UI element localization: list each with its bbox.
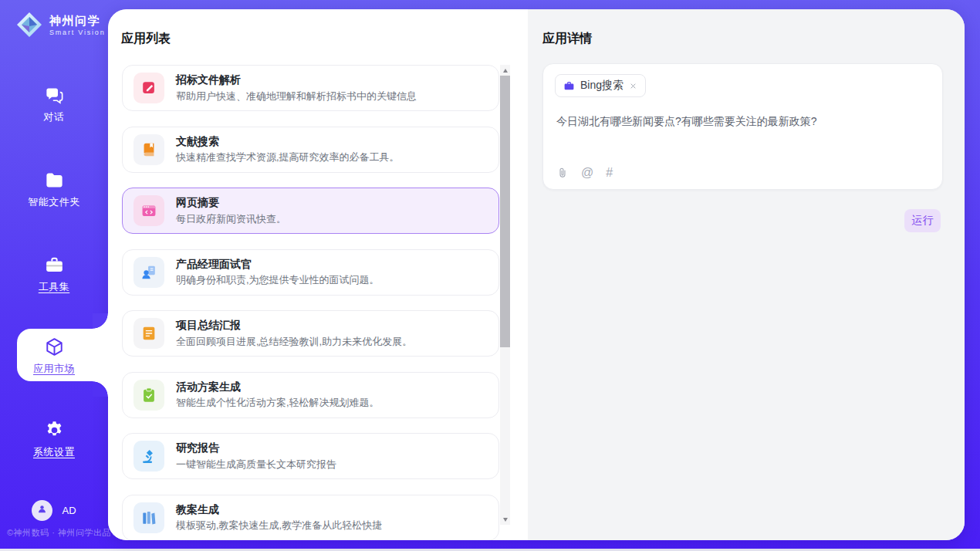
sidebar-item-smart-folders[interactable]: 智能文件夹	[0, 170, 108, 209]
app-detail-title: 应用详情	[542, 31, 592, 47]
scroll-down-button[interactable]	[500, 514, 510, 525]
app-window: 神州问学 Smart Vision 对话 智能文件夹 工具集 应用市场 系统设置…	[0, 0, 980, 551]
user-icon	[36, 503, 48, 518]
cube-icon	[44, 336, 65, 357]
app-card-list: 招标文件解析 帮助用户快速、准确地理解和解析招标书中的关键信息 文献搜索 快速精…	[122, 65, 499, 540]
sidebar-item-label: 智能文件夹	[28, 195, 80, 209]
run-button[interactable]: 运行	[904, 209, 941, 232]
app-item-description: 帮助用户快速、准确地理解和解析招标书中的关键信息	[176, 90, 417, 103]
app-item-title: 活动方案生成	[176, 380, 380, 395]
scroll-down-icon	[503, 518, 508, 522]
app-item-title: 文献搜索	[176, 134, 400, 150]
app-list-item-literature-search[interactable]: 文献搜索 快速精准查找学术资源,提高研究效率的必备工具。	[122, 127, 499, 173]
scroll-up-icon	[503, 69, 508, 73]
diamond-logo-icon	[15, 11, 43, 39]
sidebar-item-chat[interactable]: 对话	[0, 85, 108, 124]
app-list-item-event-plan[interactable]: 活动方案生成 智能生成个性化活动方案,轻松解决规划难题。	[122, 372, 499, 418]
gear-icon	[44, 420, 65, 441]
sidebar-item-label: 工具集	[39, 280, 70, 294]
prompt-input[interactable]: 今日湖北有哪些新闻要点?有哪些需要关注的最新政策?	[556, 115, 927, 129]
app-item-title: 招标文件解析	[176, 73, 417, 88]
app-item-description: 模板驱动,教案快速生成,教学准备从此轻松快捷	[176, 519, 382, 532]
paperclip-icon[interactable]	[556, 167, 569, 179]
app-list-item-web-summary[interactable]: 网页摘要 每日政府新闻资讯快查。	[122, 188, 499, 234]
prompt-toolbar: @#	[556, 167, 613, 179]
user-account[interactable]: AD	[0, 500, 108, 521]
sidebar-item-label: 系统设置	[33, 445, 75, 459]
scroll-up-button[interactable]	[500, 65, 510, 76]
app-item-description: 智能生成个性化活动方案,轻松解决规划难题。	[176, 396, 380, 410]
hash-icon[interactable]: #	[606, 167, 613, 179]
sidebar-item-settings[interactable]: 系统设置	[0, 420, 108, 459]
interviewer-icon	[133, 257, 164, 288]
at-icon[interactable]: @	[581, 167, 593, 179]
app-item-title: 产品经理面试官	[176, 257, 380, 272]
content-surface: 应用列表 招标文件解析 帮助用户快速、准确地理解和解析招标书中的关键信息 文献搜…	[108, 9, 965, 540]
scrollbar-thumb[interactable]	[500, 76, 510, 347]
books-icon	[133, 502, 164, 533]
chat-icon	[44, 85, 65, 106]
app-item-description: 明确身份和职责,为您提供专业性的面试问题。	[176, 273, 380, 287]
brand-logo: 神州问学 Smart Vision	[15, 11, 105, 39]
avatar	[32, 500, 52, 521]
app-item-description: 全面回顾项目进展,总结经验教训,助力未来优化发展。	[176, 335, 412, 349]
app-item-title: 研究报告	[176, 441, 336, 456]
app-item-description: 每日政府新闻资讯快查。	[176, 212, 286, 226]
app-list-item-research-report[interactable]: 研究报告 一键智能生成高质量长文本研究报告	[122, 433, 499, 479]
tool-chip-label: Bing搜索	[580, 79, 623, 93]
app-list-panel: 应用列表 招标文件解析 帮助用户快速、准确地理解和解析招标书中的关键信息 文献搜…	[108, 9, 528, 540]
user-name: AD	[62, 505, 76, 516]
app-list-item-pm-interviewer[interactable]: 产品经理面试官 明确身份和职责,为您提供专业性的面试问题。	[122, 249, 499, 296]
briefcase-icon	[563, 80, 575, 92]
list-scrollbar[interactable]	[500, 65, 510, 525]
app-item-title: 网页摘要	[176, 195, 286, 211]
tool-chip-bing-search[interactable]: Bing搜索	[555, 74, 646, 97]
app-detail-panel: 应用详情 Bing搜索 今日湖北有哪些新闻要点?有哪些需要关注的最新政策? @#…	[528, 9, 965, 540]
toolbox-icon	[44, 255, 65, 276]
app-list-item-bid-doc-analysis[interactable]: 招标文件解析 帮助用户快速、准确地理解和解析招标书中的关键信息	[122, 65, 499, 111]
app-item-title: 教案生成	[176, 502, 382, 518]
app-item-title: 项目总结汇报	[176, 318, 412, 333]
app-list-item-project-summary[interactable]: 项目总结汇报 全面回顾项目进展,总结经验教训,助力未来优化发展。	[122, 310, 499, 357]
app-item-description: 一键智能生成高质量长文本研究报告	[176, 458, 336, 472]
prompt-card: Bing搜索 今日湖北有哪些新闻要点?有哪些需要关注的最新政策? @#	[542, 63, 943, 190]
app-list-item-lesson-plan[interactable]: 教案生成 模板驱动,教案快速生成,教学准备从此轻松快捷	[122, 495, 499, 541]
browser-code-icon	[133, 195, 164, 226]
doc-edit-icon	[133, 73, 164, 103]
research-icon	[133, 441, 164, 472]
close-icon[interactable]	[629, 82, 637, 90]
brand-subtitle: Smart Vision	[49, 29, 105, 36]
sidebar-item-app-market[interactable]: 应用市场	[0, 336, 108, 376]
copyright-footer: ©神州数码 · 神州问学出品	[7, 527, 111, 539]
app-item-description: 快速精准查找学术资源,提高研究效率的必备工具。	[176, 150, 400, 164]
clipboard-check-icon	[133, 380, 164, 411]
sidebar-item-label: 应用市场	[33, 362, 75, 376]
sidebar-item-toolset[interactable]: 工具集	[0, 255, 108, 294]
brand-text: 神州问学 Smart Vision	[49, 14, 105, 36]
brand-name: 神州问学	[49, 14, 105, 28]
sidebar: 神州问学 Smart Vision 对话 智能文件夹 工具集 应用市场 系统设置…	[0, 0, 108, 549]
folder-icon	[44, 170, 65, 191]
app-list-title: 应用列表	[121, 31, 171, 47]
note-icon	[133, 318, 164, 349]
sidebar-item-label: 对话	[44, 110, 65, 124]
book-icon	[133, 134, 164, 165]
